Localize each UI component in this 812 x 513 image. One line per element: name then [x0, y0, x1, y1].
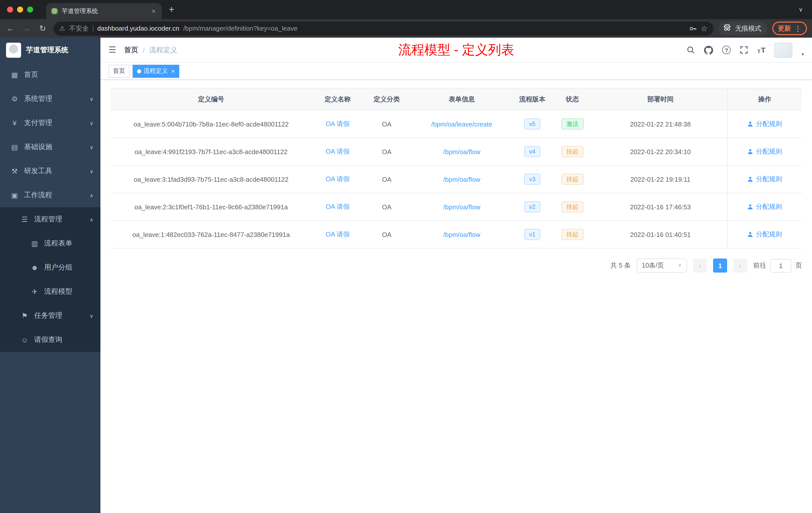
person-icon: [748, 149, 754, 155]
main-area: ☰ 首页 / 流程定义 流程模型 - 定义列表 ?: [100, 38, 812, 513]
tag-process-definition[interactable]: 流程定义 ×: [133, 64, 179, 78]
assign-rule-link[interactable]: 分配规则: [748, 119, 782, 128]
password-key-icon[interactable]: [689, 24, 697, 32]
chevron-down-icon: ∨: [90, 313, 93, 319]
person-icon: [748, 176, 754, 182]
tab-title: 芋道管理系统: [62, 7, 147, 15]
goto-page-input[interactable]: [770, 259, 791, 272]
deploy-time: 2022-01-16 01:40:51: [594, 221, 727, 248]
infrastructure-icon: ▤: [10, 143, 19, 151]
status-badge: 挂起: [561, 174, 583, 185]
goto-page: 前往 页: [753, 259, 802, 272]
status-badge: 激活: [561, 118, 583, 130]
definition-category: OA: [364, 138, 410, 165]
yen-icon: ¥: [10, 119, 19, 127]
forward-button[interactable]: →: [21, 24, 32, 33]
assign-rule-link[interactable]: 分配规则: [748, 202, 782, 211]
font-size-icon[interactable]: TT: [757, 46, 765, 54]
sidebar-item-user-groups[interactable]: ☻ 用户分组: [0, 255, 100, 280]
assign-rule-link[interactable]: 分配规则: [748, 230, 782, 239]
not-secure-warning-icon: ⚠: [59, 25, 65, 32]
breadcrumb-home[interactable]: 首页: [124, 46, 138, 55]
omnibox-divider: [93, 25, 93, 32]
person-icon: [748, 232, 754, 237]
sidebar-item-dev-tools[interactable]: ⚒ 研发工具 ∨: [0, 159, 100, 183]
address-bar[interactable]: ⚠ 不安全 dashboard.yudao.iocoder.cn/bpm/man…: [53, 21, 714, 35]
browser-tab-strip: 芋道管理系统 × + ∨: [0, 0, 812, 19]
definition-name-link[interactable]: OA 请假: [326, 148, 349, 155]
sidebar-item-system-management[interactable]: ⚙ 系统管理 ∨: [0, 87, 100, 111]
sidebar-item-process-management[interactable]: ☰ 流程管理 ∧: [0, 207, 100, 232]
form-link[interactable]: /bpm/oa/flow: [443, 231, 480, 238]
next-page-button[interactable]: ›: [733, 259, 747, 273]
person-icon: [748, 204, 754, 210]
table-header-row: 定义编号 定义名称 定义分类 表单信息 流程版本 状态 部署时间 操作: [111, 88, 802, 110]
definition-id: oa_leave:3:1fad3d93-7b75-11ec-a3c8-acde4…: [111, 165, 312, 193]
sidebar: 芋道管理系统 ▦ 首页 ⚙ 系统管理 ∨ ¥ 支付管理 ∨ ▤ 基础设施 ∨: [0, 38, 100, 513]
help-icon[interactable]: ?: [722, 46, 731, 54]
definition-name-link[interactable]: OA 请假: [326, 203, 349, 210]
browser-menu-dots-icon[interactable]: ⋮: [794, 24, 802, 32]
page-number-current[interactable]: 1: [713, 259, 727, 273]
definition-name-link[interactable]: OA 请假: [326, 120, 349, 127]
table-row: oa_leave:2:3c1f0ef1-76b1-11ec-9c66-a2380…: [111, 193, 802, 221]
user-avatar[interactable]: [775, 42, 793, 58]
search-icon[interactable]: [687, 46, 695, 54]
github-icon[interactable]: [704, 46, 713, 55]
table-row: oa_leave:4:991f2193-7b7f-11ec-a3c8-acde4…: [111, 138, 802, 165]
tab-close-icon[interactable]: ×: [151, 7, 157, 15]
form-link[interactable]: /bpm/oa/flow: [443, 175, 480, 183]
tag-close-icon[interactable]: ×: [171, 67, 175, 74]
hamburger-icon[interactable]: ☰: [109, 45, 116, 55]
sidebar-item-workflow[interactable]: ▣ 工作流程 ∧: [0, 183, 100, 207]
reload-button[interactable]: ↻: [37, 24, 48, 33]
close-window-button[interactable]: [7, 6, 13, 12]
page-size-select[interactable]: 10条/页 ▼: [637, 259, 687, 273]
sidebar-item-home[interactable]: ▦ 首页: [0, 63, 100, 87]
breadcrumb-current: 流程定义: [149, 46, 177, 55]
brand: 芋道管理系统: [0, 38, 100, 63]
tag-home[interactable]: 首页: [109, 64, 129, 78]
zoom-window-button[interactable]: [27, 6, 33, 12]
definition-id: oa_leave:2:3c1f0ef1-76b1-11ec-9c66-a2380…: [111, 193, 312, 221]
window-controls: [0, 6, 40, 12]
form-link[interactable]: /bpm/oa/flow: [443, 148, 480, 155]
table-row: oa_leave:1:482ec033-762a-11ec-8477-a2380…: [111, 221, 802, 248]
browser-tab[interactable]: 芋道管理系统 ×: [46, 3, 162, 19]
url-host: dashboard.yudao.iocoder.cn: [97, 25, 179, 32]
sidebar-item-payment-management[interactable]: ¥ 支付管理 ∨: [0, 111, 100, 135]
chevron-down-icon: ∨: [90, 96, 93, 102]
browser-update-button[interactable]: 更新 ⋮: [772, 22, 807, 35]
sidebar-item-task-management[interactable]: ⚑ 任务管理 ∨: [0, 304, 100, 328]
avatar-caret-icon[interactable]: ▾: [802, 52, 804, 57]
chevron-down-icon: ∨: [90, 120, 93, 126]
assign-rule-link[interactable]: 分配规则: [748, 175, 782, 184]
back-button[interactable]: ←: [5, 24, 16, 33]
column-header: 操作: [727, 88, 802, 110]
new-tab-button[interactable]: +: [169, 4, 174, 15]
status-badge: 挂起: [561, 201, 583, 213]
definition-name-link[interactable]: OA 请假: [326, 175, 349, 183]
minimize-window-button[interactable]: [17, 6, 23, 12]
deploy-time: 2022-01-22 19:19:11: [594, 165, 727, 193]
assign-rule-link[interactable]: 分配规则: [748, 147, 782, 156]
sidebar-item-infrastructure[interactable]: ▤ 基础设施 ∨: [0, 135, 100, 159]
content-area: 定义编号 定义名称 定义分类 表单信息 流程版本 状态 部署时间 操作 oa_l: [100, 80, 812, 513]
definition-name-link[interactable]: OA 请假: [326, 231, 349, 238]
deploy-time: 2022-01-22 20:34:10: [594, 138, 727, 165]
bookmark-star-icon[interactable]: ☆: [701, 24, 707, 33]
users-icon: ☻: [30, 264, 39, 272]
paper-plane-icon: ✈: [30, 288, 39, 296]
tab-search-chevron-icon[interactable]: ∨: [799, 6, 803, 13]
fullscreen-icon[interactable]: [740, 46, 748, 54]
chevron-up-icon: ∧: [90, 217, 93, 222]
form-link[interactable]: /bpm/oa/leave/create: [431, 120, 492, 128]
prev-page-button[interactable]: ‹: [693, 259, 707, 273]
sidebar-item-leave-query[interactable]: ☺ 请假查询: [0, 328, 100, 352]
form-link[interactable]: /bpm/oa/flow: [443, 203, 480, 211]
sidebar-item-process-model[interactable]: ✈ 流程模型: [0, 280, 100, 304]
sidebar-item-process-form[interactable]: ▥ 流程表单: [0, 232, 100, 255]
chevron-down-icon: ▼: [677, 263, 682, 268]
header-actions: ? TT ▾: [687, 42, 804, 58]
status-badge: 挂起: [561, 146, 583, 157]
